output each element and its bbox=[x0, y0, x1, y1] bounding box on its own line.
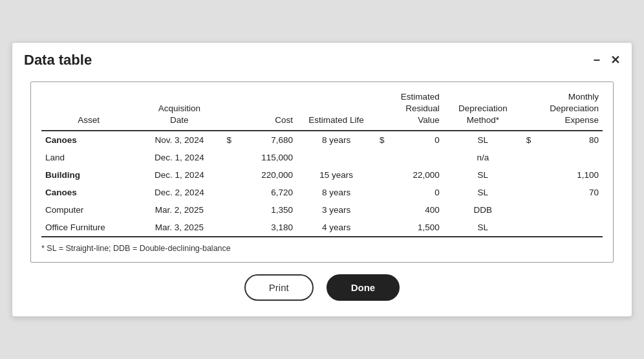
cell-cost: 6,720 bbox=[234, 184, 297, 201]
cell-asset: Computer bbox=[41, 201, 136, 219]
cell-monthly: 70 bbox=[533, 184, 603, 201]
cell-method: n/a bbox=[444, 149, 522, 166]
cell-est-life bbox=[297, 149, 376, 166]
cell-cost-prefix bbox=[222, 184, 233, 201]
cell-resval: 1,500 bbox=[387, 219, 444, 237]
window-controls: − ✕ bbox=[593, 54, 620, 66]
table-row: Building Dec. 1, 2024 220,000 15 years 2… bbox=[41, 166, 603, 184]
table-row: Land Dec. 1, 2024 115,000 n/a bbox=[41, 149, 603, 166]
cell-resval-prefix bbox=[376, 184, 387, 201]
header-acquisition-date: AcquisitionDate bbox=[136, 89, 222, 131]
header-estimated-life: Estimated Life bbox=[297, 89, 376, 131]
cell-method: SL bbox=[444, 184, 522, 201]
cell-resval-prefix bbox=[376, 166, 387, 184]
cell-resval-prefix bbox=[376, 201, 387, 219]
cell-date: Nov. 3, 2024 bbox=[136, 131, 222, 149]
cell-cost: 3,180 bbox=[234, 219, 297, 237]
cell-monthly bbox=[533, 149, 603, 166]
cell-method: DDB bbox=[444, 201, 522, 219]
cell-asset: Canoes bbox=[41, 184, 136, 201]
header-cost-prefix bbox=[222, 89, 233, 131]
cell-method: SL bbox=[444, 219, 522, 237]
cell-cost-prefix bbox=[222, 149, 233, 166]
cell-date: Dec. 1, 2024 bbox=[136, 166, 222, 184]
cell-cost-prefix: $ bbox=[222, 131, 233, 149]
cell-est-life: 8 years bbox=[297, 131, 376, 149]
header-monthly-prefix bbox=[522, 89, 533, 131]
cell-monthly-prefix bbox=[522, 219, 533, 237]
minimize-button[interactable]: − bbox=[593, 54, 600, 66]
cell-asset: Office Furniture bbox=[41, 219, 136, 237]
cell-est-life: 15 years bbox=[297, 166, 376, 184]
header-cost: Cost bbox=[234, 89, 297, 131]
cell-monthly-prefix bbox=[522, 166, 533, 184]
cell-method: SL bbox=[444, 166, 522, 184]
cell-cost: 115,000 bbox=[234, 149, 297, 166]
cell-monthly-prefix: $ bbox=[522, 131, 533, 149]
window-title: Data table bbox=[24, 52, 92, 69]
cell-cost: 7,680 bbox=[234, 131, 297, 149]
cell-monthly: 80 bbox=[533, 131, 603, 149]
header-resval-prefix bbox=[376, 89, 387, 131]
cell-resval: 400 bbox=[387, 201, 444, 219]
table-row: Computer Mar. 2, 2025 1,350 3 years 400 … bbox=[41, 201, 603, 219]
cell-monthly: 1,100 bbox=[533, 166, 603, 184]
cell-date: Mar. 2, 2025 bbox=[136, 201, 222, 219]
cell-resval bbox=[387, 149, 444, 166]
cell-cost: 1,350 bbox=[234, 201, 297, 219]
header-residual-value: EstimatedResidualValue bbox=[387, 89, 444, 131]
table-footnote: * SL = Straight-line; DDB = Double-decli… bbox=[41, 241, 603, 253]
button-row: Print Done bbox=[12, 274, 632, 301]
cell-resval-prefix bbox=[376, 219, 387, 237]
cell-monthly bbox=[533, 219, 603, 237]
cell-resval: 0 bbox=[387, 184, 444, 201]
header-asset: Asset bbox=[41, 89, 136, 131]
cell-est-life: 8 years bbox=[297, 184, 376, 201]
cell-resval: 0 bbox=[387, 131, 444, 149]
cell-monthly-prefix bbox=[522, 149, 533, 166]
table-container: Asset AcquisitionDate Cost Estimated Lif… bbox=[30, 82, 614, 263]
cell-date: Mar. 3, 2025 bbox=[136, 219, 222, 237]
print-button[interactable]: Print bbox=[244, 274, 314, 301]
cell-asset: Building bbox=[41, 166, 136, 184]
header-monthly-depreciation: MonthlyDepreciationExpense bbox=[533, 89, 603, 131]
data-table-window: Data table − ✕ Asset AcquisitionDate Cos… bbox=[12, 42, 632, 318]
cell-method: SL bbox=[444, 131, 522, 149]
cell-monthly-prefix bbox=[522, 184, 533, 201]
cell-date: Dec. 2, 2024 bbox=[136, 184, 222, 201]
cell-cost: 220,000 bbox=[234, 166, 297, 184]
cell-est-life: 4 years bbox=[297, 219, 376, 237]
titlebar: Data table − ✕ bbox=[12, 43, 632, 75]
cell-resval-prefix bbox=[376, 149, 387, 166]
cell-cost-prefix bbox=[222, 219, 233, 237]
cell-asset: Land bbox=[41, 149, 136, 166]
header-depreciation-method: DepreciationMethod* bbox=[444, 89, 522, 131]
cell-resval: 22,000 bbox=[387, 166, 444, 184]
cell-monthly bbox=[533, 201, 603, 219]
table-row: Office Furniture Mar. 3, 2025 3,180 4 ye… bbox=[41, 219, 603, 237]
data-table: Asset AcquisitionDate Cost Estimated Lif… bbox=[41, 89, 603, 238]
cell-date: Dec. 1, 2024 bbox=[136, 149, 222, 166]
table-row: Canoes Nov. 3, 2024 $ 7,680 8 years $ 0 … bbox=[41, 131, 603, 149]
done-button[interactable]: Done bbox=[327, 274, 400, 301]
cell-asset: Canoes bbox=[41, 131, 136, 149]
cell-est-life: 3 years bbox=[297, 201, 376, 219]
table-row: Canoes Dec. 2, 2024 6,720 8 years 0 SL 7… bbox=[41, 184, 603, 201]
close-button[interactable]: ✕ bbox=[610, 54, 620, 66]
cell-monthly-prefix bbox=[522, 201, 533, 219]
cell-cost-prefix bbox=[222, 166, 233, 184]
cell-cost-prefix bbox=[222, 201, 233, 219]
cell-resval-prefix: $ bbox=[376, 131, 387, 149]
